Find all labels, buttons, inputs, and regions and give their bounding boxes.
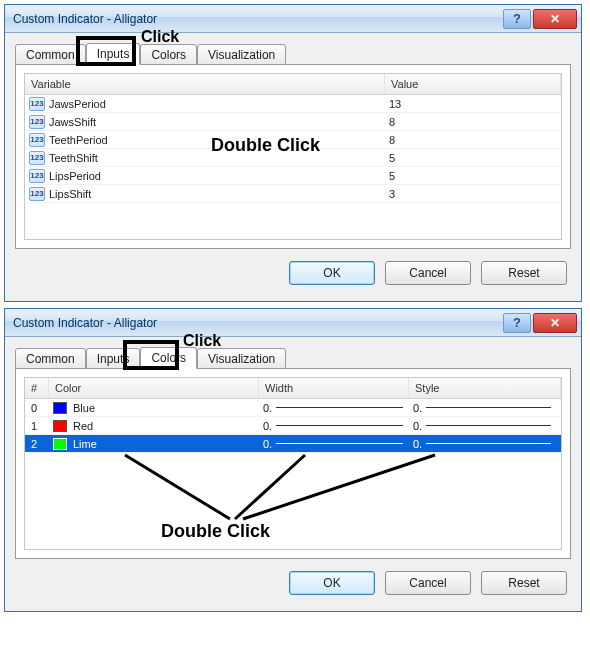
var-name: LipsPeriod [49, 170, 101, 182]
close-button[interactable]: ✕ [533, 313, 577, 333]
var-name: JawsPeriod [49, 98, 106, 110]
tab-inputs[interactable]: Inputs [86, 43, 141, 65]
column-header-style[interactable]: Style [409, 378, 561, 398]
reset-button[interactable]: Reset [481, 261, 567, 285]
table-header: # Color Width Style [25, 378, 561, 399]
width-value[interactable]: 0. [263, 420, 272, 432]
close-icon: ✕ [550, 316, 560, 330]
width-value[interactable]: 0. [263, 402, 272, 414]
color-name: Red [73, 420, 93, 432]
int-icon: 123 [29, 133, 45, 147]
titlebar-buttons: ? ✕ [503, 9, 581, 29]
tab-strip: Common Inputs Colors Visualization [15, 41, 571, 65]
button-bar: OK Cancel Reset [15, 559, 571, 601]
table-row[interactable]: 1 Red 0. 0. [25, 417, 561, 435]
dialog-inputs: Custom Indicator - Alligator ? ✕ Common … [4, 4, 582, 302]
style-value[interactable]: 0. [413, 438, 422, 450]
table-row[interactable]: 123LipsPeriod 5 [25, 167, 561, 185]
int-icon: 123 [29, 169, 45, 183]
cancel-button[interactable]: Cancel [385, 261, 471, 285]
close-button[interactable]: ✕ [533, 9, 577, 29]
var-name: LipsShift [49, 188, 91, 200]
colors-table: # Color Width Style 0 Blue 0. 0. 1 Red [24, 377, 562, 550]
var-name: JawsShift [49, 116, 96, 128]
tab-common[interactable]: Common [15, 44, 86, 66]
titlebar: Custom Indicator - Alligator ? ✕ [5, 5, 581, 33]
ok-button[interactable]: OK [289, 261, 375, 285]
table-row[interactable]: 0 Blue 0. 0. [25, 399, 561, 417]
tab-colors[interactable]: Colors [140, 44, 197, 66]
style-preview-icon [426, 443, 551, 444]
table-body: 123JawsPeriod 13 123JawsShift 8 123Teeth… [25, 95, 561, 203]
window-title: Custom Indicator - Alligator [5, 316, 503, 330]
column-header-index[interactable]: # [25, 378, 49, 398]
inputs-table: Variable Value 123JawsPeriod 13 123JawsS… [24, 73, 562, 240]
color-swatch [53, 420, 67, 432]
help-button[interactable]: ? [503, 313, 531, 333]
color-swatch [53, 438, 67, 450]
table-row[interactable]: 123JawsShift 8 [25, 113, 561, 131]
tab-inputs[interactable]: Inputs [86, 348, 141, 370]
tab-strip: Common Inputs Colors Visualization [15, 345, 571, 369]
table-row[interactable]: 123JawsPeriod 13 [25, 95, 561, 113]
width-value[interactable]: 0. [263, 438, 272, 450]
int-icon: 123 [29, 97, 45, 111]
style-preview-icon [426, 425, 551, 426]
row-index: 1 [25, 420, 49, 432]
ok-button[interactable]: OK [289, 571, 375, 595]
var-value[interactable]: 8 [385, 116, 561, 128]
table-row[interactable]: 123LipsShift 3 [25, 185, 561, 203]
close-icon: ✕ [550, 12, 560, 26]
style-value[interactable]: 0. [413, 402, 422, 414]
row-index: 2 [25, 438, 49, 450]
int-icon: 123 [29, 115, 45, 129]
tab-visualization[interactable]: Visualization [197, 44, 286, 66]
width-preview-icon [276, 443, 403, 444]
cancel-button[interactable]: Cancel [385, 571, 471, 595]
int-icon: 123 [29, 187, 45, 201]
titlebar-buttons: ? ✕ [503, 313, 581, 333]
int-icon: 123 [29, 151, 45, 165]
dialog-body: Common Inputs Colors Visualization # Col… [5, 337, 581, 611]
help-icon: ? [513, 11, 521, 26]
reset-button[interactable]: Reset [481, 571, 567, 595]
window-title: Custom Indicator - Alligator [5, 12, 503, 26]
table-row[interactable]: 123TeethShift 5 [25, 149, 561, 167]
tab-common[interactable]: Common [15, 348, 86, 370]
tab-panel-colors: # Color Width Style 0 Blue 0. 0. 1 Red [15, 368, 571, 559]
dialog-body: Common Inputs Colors Visualization Varia… [5, 33, 581, 301]
width-preview-icon [276, 425, 403, 426]
table-header: Variable Value [25, 74, 561, 95]
button-bar: OK Cancel Reset [15, 249, 571, 291]
var-name: TeethShift [49, 152, 98, 164]
column-header-variable[interactable]: Variable [25, 74, 385, 94]
color-name: Blue [73, 402, 95, 414]
tab-colors[interactable]: Colors [140, 347, 197, 369]
tab-visualization[interactable]: Visualization [197, 348, 286, 370]
var-value[interactable]: 3 [385, 188, 561, 200]
var-name: TeethPeriod [49, 134, 108, 146]
table-body: 0 Blue 0. 0. 1 Red 0. 0. 2 Lime 0. [25, 399, 561, 453]
column-header-value[interactable]: Value [385, 74, 561, 94]
style-preview-icon [426, 407, 551, 408]
titlebar: Custom Indicator - Alligator ? ✕ [5, 309, 581, 337]
var-value[interactable]: 8 [385, 134, 561, 146]
help-icon: ? [513, 315, 521, 330]
width-preview-icon [276, 407, 403, 408]
var-value[interactable]: 5 [385, 152, 561, 164]
help-button[interactable]: ? [503, 9, 531, 29]
color-name: Lime [73, 438, 97, 450]
var-value[interactable]: 13 [385, 98, 561, 110]
var-value[interactable]: 5 [385, 170, 561, 182]
style-value[interactable]: 0. [413, 420, 422, 432]
dialog-colors: Custom Indicator - Alligator ? ✕ Common … [4, 308, 582, 612]
color-swatch [53, 402, 67, 414]
row-index: 0 [25, 402, 49, 414]
table-row[interactable]: 123TeethPeriod 8 [25, 131, 561, 149]
column-header-color[interactable]: Color [49, 378, 259, 398]
column-header-width[interactable]: Width [259, 378, 409, 398]
table-row[interactable]: 2 Lime 0. 0. [25, 435, 561, 453]
tab-panel-inputs: Variable Value 123JawsPeriod 13 123JawsS… [15, 64, 571, 249]
